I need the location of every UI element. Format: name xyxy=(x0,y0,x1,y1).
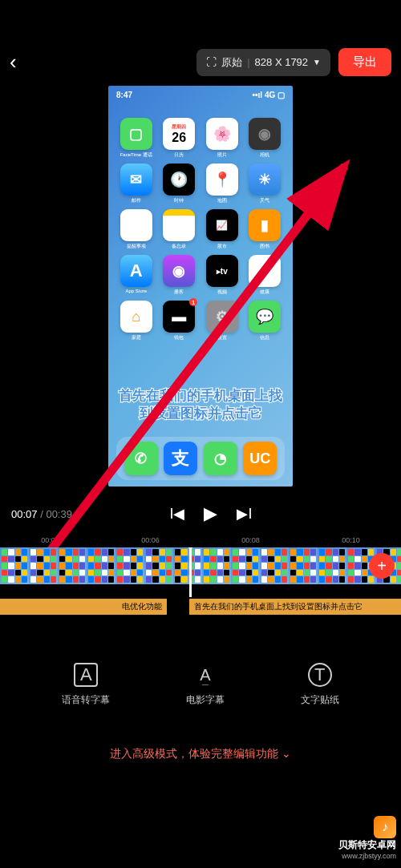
export-button[interactable]: 导出 xyxy=(338,48,391,76)
aspect-icon: ⛶ xyxy=(206,56,217,68)
phone-mockup: 8:47 ••ıl 4G ▢ ▢FaceTime 通话 星期四26日历 🌸照片 … xyxy=(108,86,293,486)
phone-signal: ••ıl 4G ▢ xyxy=(253,91,285,99)
next-frame-button[interactable]: ▶I xyxy=(233,503,256,525)
clip-thumbnails[interactable] xyxy=(0,547,401,584)
underline-a-icon: A— xyxy=(193,663,217,687)
text-a-icon: A xyxy=(74,663,98,687)
aspect-label: 原始 xyxy=(221,55,242,70)
subtitle-clip[interactable]: 首先在我们的手机桌面上找到设置图标并点击它 xyxy=(189,599,401,615)
chevron-down-icon: ▼ xyxy=(313,58,321,67)
time-ruler: 00:0400:0600:0800:10 xyxy=(0,533,401,547)
preview-subtitle: 首先在我们的手机桌面上找到设置图标并点击它 xyxy=(108,387,293,422)
subtitle-clip[interactable]: 电优化功能 xyxy=(0,599,167,615)
phone-time: 8:47 xyxy=(116,91,132,99)
top-bar: ‹ ⛶ 原始 | 828 X 1792 ▼ 导出 xyxy=(0,0,401,86)
total-time: 00:39 xyxy=(46,508,72,520)
resolution-value: 828 X 1792 xyxy=(255,56,309,68)
phone-dock: ✆ 支 ◔ UC xyxy=(116,437,285,480)
subtitle-track[interactable]: 电优化功能 首先在我们的手机桌面上找到设置图标并点击它 xyxy=(0,599,401,615)
prev-frame-button[interactable]: I◀ xyxy=(166,503,188,525)
chevron-down-icon: ⌄ xyxy=(282,747,291,760)
add-clip-button[interactable]: + xyxy=(369,553,395,579)
resolution-selector[interactable]: ⛶ 原始 | 828 X 1792 ▼ xyxy=(196,49,330,76)
back-button[interactable]: ‹ xyxy=(10,50,34,75)
movie-subtitle-tool[interactable]: A— 电影字幕 xyxy=(186,663,225,707)
transport-bar: 00:07 / 00:39 I◀ ▶ ▶I xyxy=(0,495,401,533)
advanced-mode-link[interactable]: 进入高级模式，体验完整编辑功能 ⌄ xyxy=(0,731,401,777)
voice-subtitle-tool[interactable]: A 语音转字幕 xyxy=(62,663,110,707)
app-grid: ▢FaceTime 通话 星期四26日历 🌸照片 ◉相机 ✉邮件 🕐时钟 📍地图… xyxy=(116,118,285,341)
playhead[interactable] xyxy=(189,547,192,597)
current-time: 00:07 xyxy=(11,508,38,520)
bottom-toolbar: A 语音转字幕 A— 电影字幕 T 文字贴纸 xyxy=(0,615,401,731)
watermark: ♪ 贝斯特安卓网 www.zjbstyy.com xyxy=(338,816,396,860)
video-preview: 8:47 ••ıl 4G ▢ ▢FaceTime 通话 星期四26日历 🌸照片 … xyxy=(0,86,401,495)
watermark-icon: ♪ xyxy=(374,816,396,838)
timeline[interactable]: + xyxy=(0,547,401,597)
text-sticker-tool[interactable]: T 文字贴纸 xyxy=(301,663,339,707)
play-button[interactable]: ▶ xyxy=(200,503,222,525)
text-t-icon: T xyxy=(308,663,332,687)
